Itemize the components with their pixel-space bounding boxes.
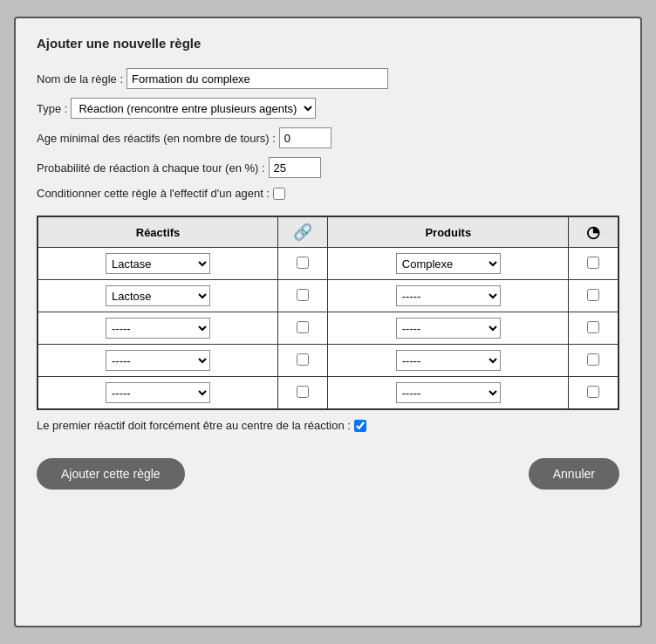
table-row: ----- Lactase Lactose ----- Complexe <box>38 345 618 377</box>
col-reactifs-header: Réactifs <box>38 216 278 248</box>
reactants-table: Réactifs 🔗 Produits ◔ ----- Lactase Lact… <box>37 216 619 410</box>
reactif-cell-2: ----- Lactase Lactose <box>38 280 278 312</box>
table-row: ----- Lactase Lactose ----- Complexe <box>38 377 618 410</box>
dialog-title: Ajouter une nouvelle règle <box>37 36 619 51</box>
reactif-cell-4: ----- Lactase Lactose <box>38 345 278 377</box>
table-row: ----- Lactase Lactose ----- Complexe <box>38 312 618 345</box>
col-link-header: 🔗 <box>278 216 328 248</box>
clock-cell-1 <box>569 248 618 280</box>
reactif-select-2[interactable]: ----- Lactase Lactose <box>106 285 210 306</box>
type-select[interactable]: Réaction (rencontre entre plusieurs agen… <box>71 98 316 119</box>
produit-cell-5: ----- Complexe <box>328 377 569 410</box>
condition-row: Conditionner cette règle à l'effectif d'… <box>37 187 619 200</box>
button-row: Ajouter cette règle Annuler <box>37 458 619 490</box>
link-check-1[interactable] <box>297 257 309 269</box>
col-clock-header: ◔ <box>569 216 618 248</box>
reactif-cell-3: ----- Lactase Lactose <box>38 312 278 345</box>
prob-label: Probabilité de réaction à chaque tour (e… <box>37 161 265 175</box>
produit-cell-2: ----- Complexe <box>328 280 569 312</box>
clock-check-1[interactable] <box>587 257 599 269</box>
clock-cell-2 <box>569 280 618 312</box>
reactif-cell-1: ----- Lactase Lactose <box>38 248 278 280</box>
centre-row: Le premier réactif doit forcément être a… <box>37 419 619 432</box>
clock-cell-5 <box>569 377 618 410</box>
dialog: Ajouter une nouvelle règle Nom de la règ… <box>14 17 642 627</box>
condition-label: Conditionner cette règle à l'effectif d'… <box>37 187 270 200</box>
table-row: ----- Lactase Lactose ----- Complexe <box>38 248 618 280</box>
link-check-2[interactable] <box>297 289 309 301</box>
nom-row: Nom de la règle : <box>37 68 619 89</box>
nom-label: Nom de la règle : <box>37 72 123 86</box>
reactif-select-5[interactable]: ----- Lactase Lactose <box>106 382 210 403</box>
centre-label: Le premier réactif doit forcément être a… <box>37 419 351 432</box>
nom-input[interactable] <box>126 68 388 89</box>
clock-check-4[interactable] <box>587 353 599 366</box>
clock-check-2[interactable] <box>587 289 599 301</box>
cancel-button[interactable]: Annuler <box>529 458 619 490</box>
prob-input[interactable] <box>269 157 321 178</box>
reactif-select-3[interactable]: ----- Lactase Lactose <box>106 318 210 339</box>
produit-cell-4: ----- Complexe <box>328 345 569 377</box>
type-label: Type : <box>37 102 67 115</box>
produit-select-2[interactable]: ----- Complexe <box>396 285 501 306</box>
table-row: ----- Lactase Lactose ----- Complexe <box>38 280 618 312</box>
link-check-5[interactable] <box>297 386 309 398</box>
type-row: Type : Réaction (rencontre entre plusieu… <box>37 98 619 119</box>
produit-select-4[interactable]: ----- Complexe <box>396 350 501 371</box>
prob-row: Probabilité de réaction à chaque tour (e… <box>37 157 619 178</box>
reactif-select-1[interactable]: ----- Lactase Lactose <box>106 253 210 274</box>
condition-checkbox[interactable] <box>273 188 285 200</box>
produit-select-3[interactable]: ----- Complexe <box>396 318 501 339</box>
age-input[interactable] <box>279 127 331 148</box>
link-check-4[interactable] <box>297 353 309 366</box>
produit-cell-1: ----- Complexe <box>328 248 569 280</box>
produit-select-1[interactable]: ----- Complexe <box>396 253 501 274</box>
age-row: Age minimal des réactifs (en nombre de t… <box>37 127 619 148</box>
link-cell-2 <box>278 280 328 312</box>
link-cell-3 <box>278 312 328 345</box>
centre-checkbox[interactable] <box>354 420 366 432</box>
produit-cell-3: ----- Complexe <box>328 312 569 345</box>
link-cell-5 <box>278 377 328 410</box>
clock-icon: ◔ <box>586 223 600 241</box>
add-button[interactable]: Ajouter cette règle <box>37 458 185 490</box>
reactif-select-4[interactable]: ----- Lactase Lactose <box>106 350 210 371</box>
col-produits-header: Produits <box>328 216 569 248</box>
clock-check-5[interactable] <box>587 386 599 398</box>
link-icon: 🔗 <box>293 223 312 241</box>
clock-cell-3 <box>569 312 618 345</box>
age-label: Age minimal des réactifs (en nombre de t… <box>37 132 276 145</box>
produit-select-5[interactable]: ----- Complexe <box>396 382 501 403</box>
table-header: Réactifs 🔗 Produits ◔ <box>38 216 618 248</box>
clock-check-3[interactable] <box>587 321 599 333</box>
link-cell-4 <box>278 345 328 377</box>
clock-cell-4 <box>569 345 618 377</box>
link-check-3[interactable] <box>297 321 309 333</box>
reactif-cell-5: ----- Lactase Lactose <box>38 377 278 410</box>
link-cell-1 <box>278 248 328 280</box>
